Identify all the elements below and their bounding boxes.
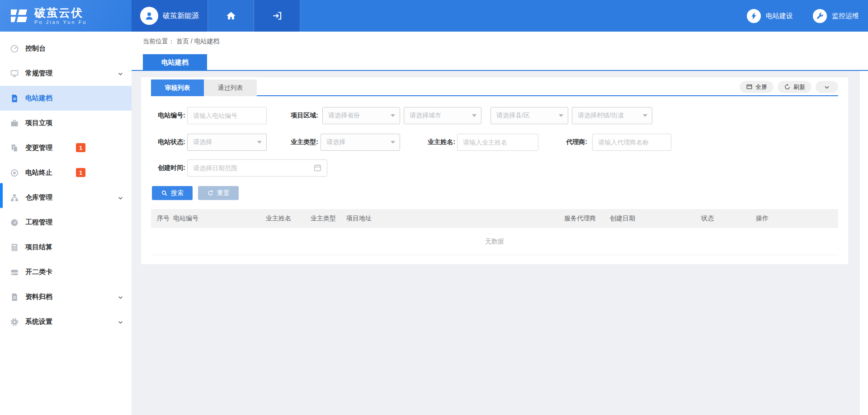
wrench-icon [813, 9, 827, 23]
sidebar-item-project-initiation[interactable]: 项目立项 [0, 111, 132, 135]
top-header: 破茧云伏 Po Jian Yun Fu 破茧新能源 [0, 0, 868, 32]
user-avatar-icon [140, 7, 158, 25]
sidebar-item-project-settlement[interactable]: 项目结算 [0, 235, 132, 260]
col-actions: 操作 [750, 214, 838, 223]
chevron-down-icon [118, 319, 123, 325]
station-no-label: 电站编号: [151, 112, 185, 120]
date-range-input[interactable] [187, 159, 327, 177]
badge-count: 1 [76, 143, 85, 152]
logout-button[interactable] [254, 0, 300, 32]
tab-passed-list[interactable]: 通过列表 [204, 79, 257, 96]
province-select[interactable]: 请选择省份 [322, 107, 400, 124]
monitor-icon [10, 69, 19, 78]
fullscreen-button[interactable]: 全屏 [740, 81, 774, 93]
col-create-date: 创建日期 [604, 214, 695, 223]
caret-down-icon [391, 114, 395, 117]
agent-label: 代理商: [559, 138, 587, 146]
gauge-icon [10, 218, 19, 227]
sidebar: 控制台 常规管理 电站建档 项目立项 [0, 32, 132, 415]
col-project-address: 项目地址 [340, 214, 558, 223]
sitemap-icon [10, 193, 19, 202]
caret-down-icon [559, 114, 563, 117]
chevron-down-icon [118, 71, 123, 77]
caret-down-icon [472, 114, 476, 117]
home-icon [226, 10, 236, 21]
sidebar-item-console[interactable]: 控制台 [0, 36, 132, 61]
brand-logo: 破茧云伏 Po Jian Yun Fu [0, 0, 132, 32]
brand-title: 破茧云伏 [34, 7, 87, 19]
create-time-label: 创建时间: [151, 164, 185, 172]
owner-name-label: 业主姓名: [423, 138, 455, 146]
sidebar-item-general-mgmt[interactable]: 常规管理 [0, 61, 132, 86]
copy-pages-icon [10, 144, 19, 153]
nav-monitoring-ops[interactable]: 监控运维 [813, 9, 859, 23]
filter-row-1: 电站编号: 项目区域: 请选择省份 请选择城市 请选择县/区 请选择村镇/街道 [151, 107, 838, 124]
chevron-down-icon [118, 195, 123, 201]
sidebar-item-system-settings[interactable]: 系统设置 [0, 309, 132, 334]
col-service-agent: 服务代理商 [558, 214, 604, 223]
chevron-down-icon [118, 294, 123, 300]
station-status-select[interactable]: 请选择 [187, 134, 267, 151]
user-name: 破茧新能源 [163, 11, 199, 21]
sidebar-item-warehouse-mgmt[interactable]: 仓库管理 [0, 185, 132, 210]
town-select[interactable]: 请选择村镇/街道 [572, 107, 652, 124]
reset-icon [207, 190, 214, 196]
owner-type-select[interactable]: 请选择 [321, 134, 400, 151]
breadcrumb: 当前位置： 首页 / 电站建档 [143, 37, 220, 46]
home-button[interactable] [208, 0, 254, 32]
owner-type-label: 业主类型: [286, 138, 318, 146]
logout-icon [272, 10, 283, 21]
sidebar-item-station-archive[interactable]: 电站建档 [0, 86, 132, 111]
dashboard-icon [10, 44, 19, 53]
main-area: 当前位置： 首页 / 电站建档 电站建档 审核列表 通过列表 全屏 [132, 32, 868, 415]
chevron-down-icon [824, 84, 830, 90]
scrollbar-track [860, 71, 868, 415]
agent-input[interactable] [592, 134, 671, 151]
card-icon [10, 268, 19, 277]
archive-doc-icon [10, 293, 19, 302]
empty-state: 无数据 [151, 228, 838, 255]
county-select[interactable]: 请选择县/区 [491, 107, 568, 124]
sidebar-item-open-class2-card[interactable]: 开二类卡 [0, 260, 132, 284]
sidebar-item-change-mgmt[interactable]: 变更管理 1 [0, 135, 132, 160]
search-icon [161, 190, 168, 196]
page-tab-station-archive[interactable]: 电站建档 [143, 54, 207, 71]
filter-actions: 搜索 重置 [151, 186, 838, 200]
calculator-icon [10, 243, 19, 252]
filter-row-3: 创建时间: [151, 159, 838, 177]
sidebar-item-engineering-mgmt[interactable]: 工程管理 [0, 210, 132, 235]
fullscreen-icon [746, 84, 753, 90]
sidebar-item-data-archiving[interactable]: 资料归档 [0, 284, 132, 309]
sidebar-item-station-termination[interactable]: 电站终止 1 [0, 160, 132, 185]
content: 审核列表 通过列表 全屏 [132, 71, 868, 415]
col-status: 状态 [695, 214, 750, 223]
caret-down-icon [257, 141, 262, 144]
reset-button[interactable]: 重置 [198, 186, 239, 200]
filter-row-2: 电站状态: 请选择 业主类型: 请选择 业主姓名: 代理商: [151, 134, 838, 151]
station-status-label: 电站状态: [151, 138, 185, 146]
breadcrumb-label: 当前位置： [143, 37, 175, 45]
lightning-icon [747, 9, 761, 23]
owner-name-input[interactable] [457, 134, 538, 151]
col-owner-type: 业主类型 [305, 214, 340, 223]
table-header: 序号 电站编号 业主姓名 业主类型 项目地址 服务代理商 创建日期 状态 操作 [151, 209, 838, 228]
station-no-input[interactable] [187, 107, 267, 124]
tab-review-list[interactable]: 审核列表 [151, 79, 204, 96]
gear-icon [10, 317, 19, 326]
col-index: 序号 [151, 214, 167, 223]
brand-logo-icon [9, 7, 29, 25]
target-icon [10, 168, 19, 177]
calendar-icon[interactable] [313, 163, 322, 172]
nav-station-construction[interactable]: 电站建设 [747, 9, 793, 23]
refresh-icon [784, 84, 791, 90]
city-select[interactable]: 请选择城市 [404, 107, 481, 124]
search-button[interactable]: 搜索 [152, 186, 193, 200]
sidebar-scrollbar-thumb[interactable] [0, 183, 3, 208]
collapse-button[interactable] [816, 81, 838, 93]
document-icon [10, 94, 19, 103]
refresh-button[interactable]: 刷新 [778, 81, 811, 93]
topbar: 当前位置： 首页 / 电站建档 电站建档 [132, 32, 868, 71]
badge-count: 1 [76, 168, 85, 177]
current-user[interactable]: 破茧新能源 [132, 0, 208, 32]
caret-down-icon [391, 141, 395, 144]
